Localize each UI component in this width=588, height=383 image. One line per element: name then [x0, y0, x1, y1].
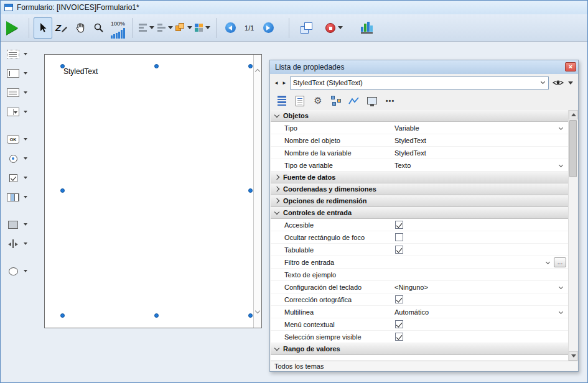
prop-value[interactable]: <Ninguno> [393, 281, 568, 293]
theme-list-button[interactable] [274, 93, 289, 108]
level-dropdown-button[interactable] [174, 17, 193, 39]
panel-scrollbar[interactable] [568, 110, 577, 361]
scroll-up-icon[interactable] [255, 69, 260, 74]
chevron-down-icon[interactable] [24, 72, 27, 75]
selection-handle[interactable] [154, 313, 159, 318]
select-tool-button[interactable] [34, 17, 52, 39]
chevron-down-icon[interactable] [24, 157, 27, 160]
section-header-fuente-de-datos[interactable]: Fuente de datos [271, 172, 568, 183]
next-object-button[interactable]: ► [282, 80, 287, 86]
chevron-down-icon[interactable] [24, 111, 27, 113]
section-header-controles-entrada[interactable]: Controles de entrada [271, 207, 568, 219]
checkbox[interactable] [395, 221, 403, 229]
checkbox[interactable] [395, 246, 403, 254]
prop-value[interactable]: Automático [393, 306, 568, 318]
settings-button[interactable]: ⚙ [310, 93, 325, 108]
align-dropdown-button[interactable] [137, 17, 156, 39]
entry-order-tool-button[interactable]: Z [52, 17, 71, 39]
section-header-objetos[interactable]: Objetos [271, 110, 568, 122]
tool-splitter[interactable] [6, 236, 34, 251]
chevron-right-icon [274, 198, 279, 203]
scroll-down-icon[interactable] [255, 308, 260, 313]
display-button[interactable] [365, 93, 380, 108]
tool-text[interactable] [6, 47, 34, 62]
prop-value[interactable]: Variable [393, 122, 568, 134]
prop-value[interactable]: Texto [393, 159, 568, 171]
chevron-right-icon [274, 187, 279, 192]
ellipsis-button[interactable]: ... [554, 257, 566, 267]
chevron-down-icon[interactable] [24, 270, 27, 272]
section-header-redimension[interactable]: Opciones de redimensión [271, 195, 568, 207]
checkbox[interactable] [395, 233, 403, 241]
scroll-up-button[interactable] [569, 110, 578, 119]
checkbox[interactable] [395, 295, 403, 303]
distribute-dropdown-button[interactable] [156, 17, 174, 39]
previous-page-button[interactable] [221, 17, 240, 39]
scroll-down-button[interactable] [569, 351, 578, 361]
chevron-down-icon[interactable] [24, 138, 27, 141]
monitor-icon [367, 97, 377, 104]
chevron-down-icon[interactable] [24, 53, 27, 55]
tool-button-grid[interactable] [6, 190, 34, 205]
style-grid-icon [195, 24, 203, 32]
selection-handle[interactable] [154, 64, 159, 68]
run-button[interactable] [6, 17, 24, 39]
selection-handle[interactable] [60, 188, 65, 193]
prop-value[interactable] [393, 331, 568, 343]
checkbox[interactable] [395, 320, 403, 328]
chevron-down-icon[interactable] [24, 242, 27, 245]
selection-handle[interactable] [248, 64, 253, 68]
prop-value[interactable] [393, 219, 568, 231]
close-button[interactable]: × [565, 62, 576, 72]
events-button[interactable] [347, 93, 362, 108]
tool-rectangle[interactable] [6, 217, 34, 232]
next-page-button[interactable] [259, 17, 278, 39]
tool-button[interactable]: OK [6, 132, 34, 147]
objects-button[interactable] [329, 93, 343, 108]
prop-value[interactable]: ... [393, 256, 568, 268]
object-selector-combo[interactable]: StyledText (StyledText) [290, 76, 549, 90]
tool-oval[interactable] [6, 264, 34, 279]
chevron-down-icon[interactable] [24, 196, 27, 198]
panel-titlebar[interactable]: Lista de propiedades × [270, 60, 578, 74]
style-dropdown-button[interactable] [193, 17, 212, 39]
chevron-down-icon[interactable] [24, 223, 27, 226]
stop-dropdown-button[interactable] [325, 17, 343, 39]
section-header-coordenadas[interactable]: Coordenadas y dimensiones [271, 183, 568, 195]
checkbox[interactable] [395, 333, 403, 341]
window-titlebar: Formulario: [INVOICES]Formulario1* [1, 1, 587, 14]
selection-handle[interactable] [60, 313, 65, 318]
chevron-down-icon[interactable] [24, 177, 27, 179]
tool-hierarchical-list[interactable] [6, 85, 34, 100]
prop-value[interactable] [393, 244, 568, 256]
styled-text-object[interactable]: StyledText [63, 67, 98, 76]
zoom-level-control[interactable]: 100% [111, 17, 125, 39]
form-page[interactable]: StyledText [44, 54, 262, 328]
selection-handle[interactable] [60, 64, 65, 68]
prop-value[interactable] [393, 318, 568, 330]
selection-handle[interactable] [248, 188, 253, 193]
chevron-down-icon [274, 112, 279, 117]
tool-check-box[interactable] [6, 170, 34, 185]
tool-input[interactable] [6, 66, 34, 81]
layers-button[interactable] [297, 17, 316, 39]
selection-handle[interactable] [248, 313, 253, 318]
form-properties-button[interactable] [292, 93, 307, 108]
zoom-tool-button[interactable] [90, 17, 108, 39]
move-tool-button[interactable] [71, 17, 90, 39]
form-scrollbar[interactable] [253, 55, 261, 328]
prop-value[interactable]: StyledText [393, 147, 568, 159]
prop-value[interactable] [393, 231, 568, 243]
chart-button[interactable] [357, 17, 376, 39]
more-button[interactable]: ••• [383, 93, 398, 108]
chevron-down-icon[interactable] [24, 91, 27, 94]
section-header-rango-valores[interactable]: Rango de valores [271, 343, 568, 355]
prop-value[interactable]: StyledText [393, 134, 568, 146]
visibility-dropdown-button[interactable] [551, 79, 574, 86]
previous-object-button[interactable]: ◄ [274, 80, 279, 86]
prop-value[interactable] [393, 293, 568, 305]
tool-combo-box[interactable] [6, 104, 34, 119]
tool-radio-button[interactable] [6, 151, 34, 166]
prop-value[interactable] [393, 269, 568, 280]
scrollbar-thumb[interactable] [569, 120, 577, 177]
